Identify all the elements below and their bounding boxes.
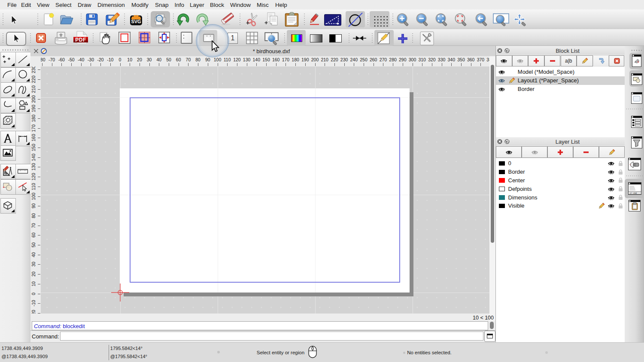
svg-text:SVG: SVG [131, 19, 141, 24]
svg-text:c> cmd: c> cmd [630, 192, 637, 194]
svg-text:PDF: PDF [75, 37, 86, 43]
